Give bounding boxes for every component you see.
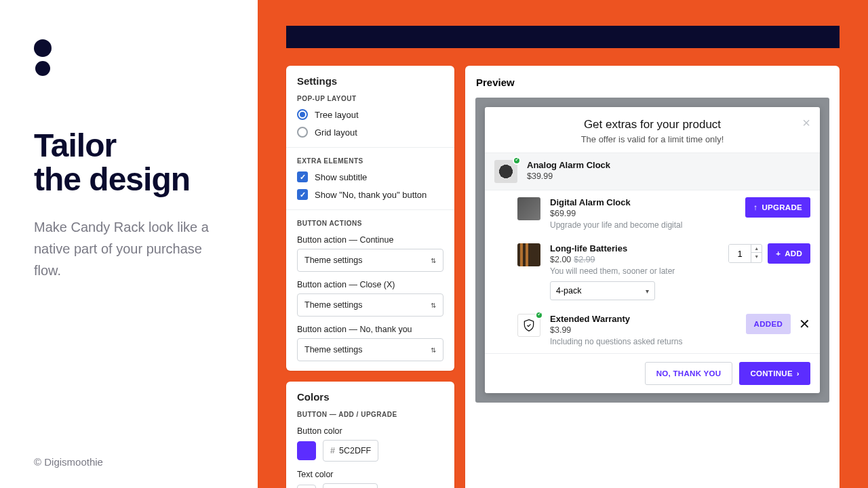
product-thumb [494,160,517,183]
radio-icon [297,127,308,138]
chevron-right-icon: › [797,369,800,378]
offer-row-add: Long-life Batteries $2.00$2.99 You will … [485,237,820,307]
offer-desc: You will need them, sooner or later [550,266,719,276]
check-icon: ✓ [297,171,308,182]
preview-panel: Preview Get extras for your product The … [465,66,840,488]
brand-logo [34,39,224,76]
caret-icon: ⇅ [431,257,436,264]
marketing-subtitle: Make Candy Rack look like a native part … [34,216,224,281]
radio-grid-layout[interactable]: Grid layout [297,127,443,138]
upgrade-button[interactable]: ↑ UPGRADE [745,197,810,218]
check-badge-icon [535,311,543,319]
offer-name: Extended Warranty [550,314,736,324]
check-label: Show subtitle [315,172,367,182]
variant-select[interactable]: 4-pack▾ [550,281,655,300]
check-label: Show "No, thank you" button [315,190,427,200]
no-thanks-button[interactable]: NO, THANK YOU [645,362,733,385]
shield-icon [522,319,536,332]
add-button[interactable]: + ADD [768,243,810,264]
actions-section-label: BUTTON ACTIONS [297,220,443,227]
action-nothanks-label: Button action — No, thank you [297,325,443,334]
main-product-row: Analog Alarm Clock $39.99 [485,152,820,190]
text-color-label: Text color [297,470,443,479]
caret-icon: ⇅ [431,346,436,354]
qty-down-icon[interactable]: ▼ [751,253,762,260]
product-thumb [517,243,540,266]
continue-button[interactable]: CONTINUE › [739,362,810,385]
check-icon: ✓ [297,189,308,200]
product-name: Analog Alarm Clock [527,160,810,170]
offer-desc: Upgrade your life and become digital [550,220,736,230]
modal-subtitle: The offer is valid for a limit time only… [496,134,809,144]
upsell-modal: Get extras for your product The offer is… [485,107,820,393]
radio-label: Grid layout [315,127,357,138]
radio-tree-layout[interactable]: Tree layout [297,109,443,120]
button-color-swatch[interactable] [297,441,316,460]
caret-icon: ⇅ [431,302,436,309]
preview-title: Preview [465,66,840,98]
settings-title: Settings [297,75,443,87]
plus-icon: + [776,249,781,258]
close-icon[interactable]: × [802,115,810,131]
check-badge-icon [513,157,521,165]
settings-panel: Settings POP-UP LAYOUT Tree layout Grid … [286,66,454,371]
added-button[interactable]: ADDED [746,314,791,334]
quantity-input[interactable] [729,245,751,262]
modal-title: Get extras for your product [496,118,809,131]
product-thumb [517,197,540,220]
offer-desc: Including no questions asked returns [550,337,736,346]
offer-row-upgrade: Digital Alarm Clock $69.99 Upgrade your … [485,190,820,237]
extra-section-label: EXTRA ELEMENTS [297,157,443,165]
colors-section-label: BUTTON — ADD / UPGRADE [297,411,443,418]
checkbox-show-subtitle[interactable]: ✓ Show subtitle [297,171,443,182]
radio-icon [297,109,308,120]
radio-label: Tree layout [315,110,359,120]
button-color-input[interactable]: #5C2DFF [323,440,378,462]
marketing-headline: Tailor the design [34,129,224,197]
action-continue-label: Button action — Continue [297,235,443,245]
offer-name: Digital Alarm Clock [550,197,736,207]
text-color-swatch[interactable] [297,485,316,488]
offer-price: $2.00$2.99 [550,255,719,264]
arrow-up-icon: ↑ [753,203,757,211]
action-continue-select[interactable]: Theme settings⇅ [297,249,443,272]
action-close-label: Button action — Close (X) [297,280,443,289]
offer-price: $69.99 [550,209,736,218]
copyright: © Digismoothie [34,456,103,468]
offer-row-added: Extended Warranty $3.99 Including no que… [485,307,820,353]
text-color-input[interactable]: #FFFFFF [323,483,378,488]
action-close-select[interactable]: Theme settings⇅ [297,293,443,317]
caret-icon: ▾ [646,287,649,295]
app-topbar [286,26,840,48]
product-thumb [517,314,540,337]
layout-section-label: POP-UP LAYOUT [297,95,443,102]
preview-stage: Get extras for your product The offer is… [475,98,829,403]
quantity-stepper[interactable]: ▲▼ [728,244,762,263]
button-color-label: Button color [297,426,443,436]
remove-icon[interactable]: ✕ [799,316,810,332]
colors-panel: Colors BUTTON — ADD / UPGRADE Button col… [286,382,454,488]
product-price: $39.99 [527,171,810,181]
offer-name: Long-life Batteries [550,243,719,253]
action-nothanks-select[interactable]: Theme settings⇅ [297,338,443,361]
qty-up-icon[interactable]: ▲ [751,245,762,253]
offer-price: $3.99 [550,325,736,335]
checkbox-show-no-thanks[interactable]: ✓ Show "No, thank you" button [297,189,443,200]
colors-title: Colors [297,391,443,403]
